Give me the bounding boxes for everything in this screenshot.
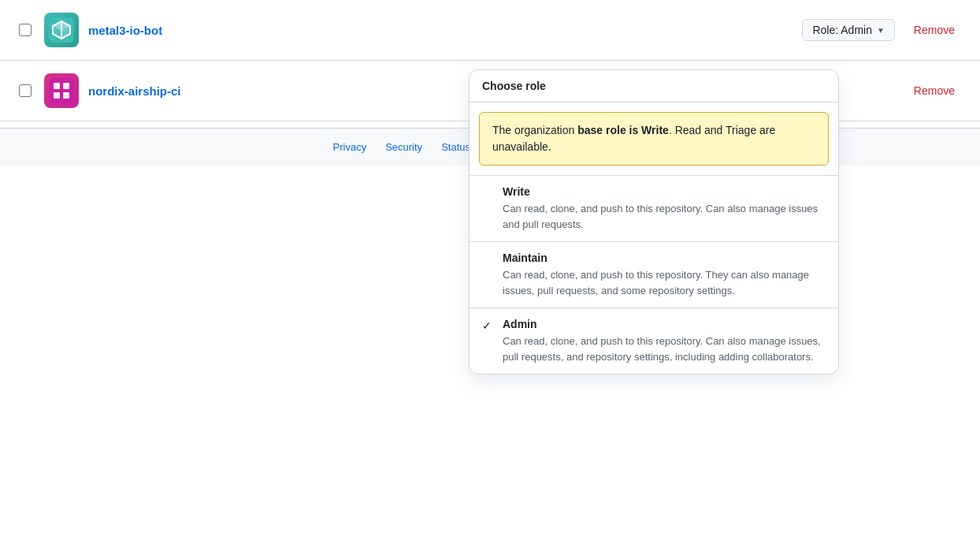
svg-rect-8: [54, 83, 60, 89]
footer-link-privacy[interactable]: Privacy: [333, 141, 367, 153]
role-title-maintain: Maintain: [503, 252, 826, 264]
role-option-write[interactable]: Write Can read, clone, and push to this …: [470, 175, 838, 241]
nordix-icon: [49, 78, 74, 103]
role-content-admin: Admin Can read, clone, and push to this …: [503, 318, 826, 364]
check-mark-maintain: [482, 253, 495, 266]
check-mark-write: [482, 187, 495, 199]
check-mark-admin: ✓: [482, 319, 495, 332]
member-name-metal3[interactable]: metal3-io-bot: [88, 24, 802, 37]
role-desc-maintain: Can read, clone, and push to this reposi…: [503, 267, 826, 298]
role-title-admin: Admin: [503, 318, 826, 330]
role-label-metal3: Role: Admin: [812, 24, 871, 36]
member-row-metal3: metal3-io-bot Role: Admin ▼ Remove: [0, 0, 980, 60]
role-dropdown: Choose role The organization base role i…: [469, 69, 839, 375]
dropdown-title: Choose role: [470, 70, 838, 103]
svg-rect-11: [63, 92, 69, 99]
warning-prefix: The organization: [492, 124, 577, 136]
role-content-write: Write Can read, clone, and push to this …: [503, 185, 826, 232]
svg-rect-9: [63, 83, 69, 89]
main-content: metal3-io-bot Role: Admin ▼ Remove nordi…: [0, 0, 980, 166]
member-checkbox-metal3[interactable]: [19, 24, 32, 36]
metal3-icon: [49, 17, 74, 43]
avatar-metal3: [44, 13, 79, 47]
role-option-admin[interactable]: ✓ Admin Can read, clone, and push to thi…: [470, 308, 838, 374]
svg-rect-7: [49, 78, 74, 103]
warning-box: The organization base role is Write. Rea…: [479, 112, 829, 166]
role-title-write: Write: [503, 185, 826, 198]
warning-bold: base role is Write: [577, 124, 669, 136]
member-checkbox-nordix[interactable]: [19, 84, 32, 97]
role-desc-admin: Can read, clone, and push to this reposi…: [503, 334, 826, 364]
role-button-metal3[interactable]: Role: Admin ▼: [802, 19, 894, 41]
avatar-nordix: [44, 73, 79, 108]
svg-rect-10: [54, 92, 60, 99]
footer-link-status[interactable]: Status: [441, 141, 470, 153]
footer-link-security[interactable]: Security: [385, 141, 422, 153]
chevron-down-icon: ▼: [877, 26, 885, 35]
remove-button-nordix[interactable]: Remove: [908, 81, 961, 100]
role-desc-write: Can read, clone, and push to this reposi…: [503, 201, 826, 232]
role-option-maintain[interactable]: Maintain Can read, clone, and push to th…: [470, 241, 838, 308]
role-content-maintain: Maintain Can read, clone, and push to th…: [503, 252, 826, 298]
remove-button-metal3[interactable]: Remove: [908, 21, 961, 39]
